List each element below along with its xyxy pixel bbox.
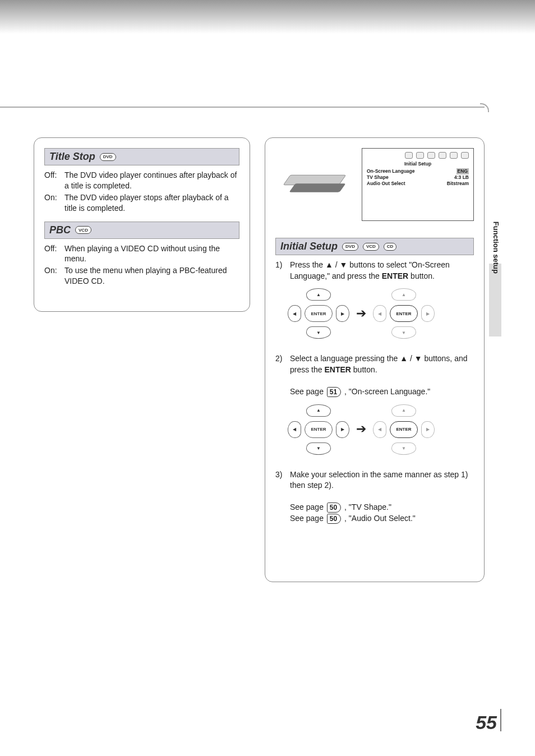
- heading-initial-setup: Initial Setup: [280, 241, 338, 252]
- text: See page: [290, 514, 326, 523]
- text: , "On-screen Language.": [344, 387, 430, 396]
- badge-vcd: VCD: [75, 226, 91, 234]
- dpad-down-icon: ▼: [391, 326, 416, 339]
- option-text: The DVD video player continues after pla…: [64, 170, 239, 191]
- page-columns: Title Stop DVD Off: The DVD video player…: [34, 137, 485, 582]
- dpad-left-icon: ◀: [288, 305, 301, 322]
- osd-icon: [439, 152, 446, 159]
- osd-icon: [416, 152, 424, 159]
- dpad-right-icon: ▶: [336, 305, 349, 322]
- step-number: 3): [275, 469, 285, 524]
- badge-dvd: DVD: [100, 153, 116, 161]
- list-item: On: The DVD video player stops after pla…: [44, 192, 239, 214]
- section-header-initial-setup: Initial Setup DVD VCD CD: [275, 238, 474, 255]
- dpad-down-icon: ▼: [306, 442, 331, 455]
- dpad-active: ▲ ▼ ◀ ▶ ENTER: [288, 288, 349, 339]
- badge-dvd: DVD: [342, 243, 358, 251]
- osd-row-value: Bitstream: [447, 181, 469, 187]
- page-number: 55: [476, 712, 497, 734]
- enter-label: ENTER: [382, 271, 408, 280]
- dpad-active: ▲ ▼ ◀ ▶ ENTER: [288, 404, 349, 455]
- updown-glyph: ▲ / ▼: [400, 354, 422, 363]
- text: , "TV Shape.": [344, 503, 391, 511]
- option-text: The DVD video player stops after playbac…: [64, 192, 239, 214]
- page-ref-badge: 50: [327, 503, 341, 513]
- pbc-options: Off: When playing a VIDEO CD without usi…: [44, 243, 239, 287]
- list-item: Off: The DVD video player continues afte…: [44, 170, 239, 191]
- side-tab: [489, 264, 501, 336]
- option-key: On:: [44, 192, 61, 214]
- heading-pbc: PBC: [49, 224, 71, 236]
- dpad-up-icon: ▲: [306, 288, 331, 301]
- osd-icon: [450, 152, 458, 159]
- step-number: 1): [275, 260, 285, 282]
- dpad-enter-highlight: ▲ ▼ ◀ ▶ ENTER: [373, 404, 435, 455]
- badge-vcd: VCD: [363, 243, 379, 251]
- step-number: 2): [275, 353, 285, 397]
- heading-title-stop: Title Stop: [49, 151, 95, 163]
- dpad-left-icon: ◀: [373, 421, 386, 438]
- option-key: Off:: [44, 170, 61, 191]
- text: Press the: [290, 260, 325, 269]
- step-3: 3) Make your selection in the same manne…: [275, 469, 474, 524]
- dpad-right-icon: ▶: [336, 421, 349, 438]
- text: button.: [411, 271, 435, 280]
- page-number-rule: [500, 709, 501, 731]
- step-text: Press the ▲ / ▼ buttons to select "On-Sc…: [290, 260, 474, 282]
- osd-row-label: TV Shape: [367, 174, 389, 181]
- dpad-enter-icon: ENTER: [305, 305, 333, 322]
- title-stop-options: Off: The DVD video player continues afte…: [44, 170, 239, 214]
- option-key: Off:: [44, 243, 61, 265]
- page-ref-badge: 50: [327, 514, 341, 524]
- section-header-title-stop: Title Stop DVD: [44, 148, 239, 165]
- option-text: When playing a VIDEO CD without using th…: [64, 243, 239, 265]
- osd-row-value: ENG: [456, 168, 469, 174]
- dpad-up-icon: ▲: [391, 404, 416, 417]
- dpad-enter-icon: ENTER: [390, 305, 418, 322]
- osd-row-label: On-Screen Language: [367, 168, 415, 174]
- dpad-left-icon: ◀: [288, 421, 301, 438]
- dpad-down-icon: ▼: [306, 326, 331, 339]
- badge-cd: CD: [384, 243, 397, 251]
- osd-icon: [405, 152, 413, 159]
- step-text: Make your selection in the same manner a…: [290, 469, 474, 524]
- dpad-illustration-row: ▲ ▼ ◀ ▶ ENTER ➔ ▲ ▼ ◀ ▶ ENTER: [288, 404, 474, 455]
- enter-label: ENTER: [324, 365, 350, 374]
- osd-mini-screen: Initial Setup On-Screen Language ENG TV …: [362, 148, 474, 221]
- text: Select a language pressing the: [290, 354, 400, 363]
- osd-row: TV Shape 4:3 LB: [367, 174, 469, 181]
- dpad-enter-highlight: ▲ ▼ ◀ ▶ ENTER: [373, 288, 435, 339]
- osd-icon: [427, 152, 435, 159]
- page-ref-badge: 51: [327, 387, 341, 397]
- option-key: On:: [44, 265, 61, 287]
- text: See page: [290, 387, 326, 396]
- section-header-pbc: PBC VCD: [44, 222, 239, 239]
- dpad-up-icon: ▲: [391, 288, 416, 301]
- dpad-down-icon: ▼: [391, 442, 416, 455]
- dvd-player-illustration: [275, 148, 354, 210]
- updown-glyph: ▲ / ▼: [325, 260, 347, 269]
- osd-tab-icons: [367, 152, 469, 159]
- dpad-up-icon: ▲: [306, 404, 331, 417]
- dpad-left-icon: ◀: [373, 305, 386, 322]
- right-column: Initial Setup On-Screen Language ENG TV …: [265, 137, 485, 582]
- illustration-row: Initial Setup On-Screen Language ENG TV …: [275, 148, 474, 221]
- arrow-icon: ➔: [356, 305, 366, 322]
- option-text: To use the menu when playing a PBC-featu…: [64, 265, 239, 287]
- dpad-right-icon: ▶: [421, 305, 435, 322]
- osd-row: Audio Out Select Bitstream: [367, 181, 469, 187]
- left-column: Title Stop DVD Off: The DVD video player…: [34, 137, 250, 312]
- osd-heading: Initial Setup: [367, 161, 469, 167]
- osd-icon: [461, 152, 469, 159]
- page-top-gradient: [0, 0, 535, 34]
- step-1: 1) Press the ▲ / ▼ buttons to select "On…: [275, 260, 474, 282]
- text: button.: [353, 365, 377, 374]
- dpad-right-icon: ▶: [421, 421, 435, 438]
- arrow-icon: ➔: [356, 421, 366, 438]
- osd-row-value: 4:3 LB: [454, 174, 469, 181]
- text: Make your selection in the same manner a…: [290, 470, 468, 490]
- header-rule: [0, 107, 485, 108]
- dpad-illustration-row: ▲ ▼ ◀ ▶ ENTER ➔ ▲ ▼ ◀ ▶ ENTER: [288, 288, 474, 339]
- list-item: Off: When playing a VIDEO CD without usi…: [44, 243, 239, 265]
- text: See page: [290, 503, 326, 511]
